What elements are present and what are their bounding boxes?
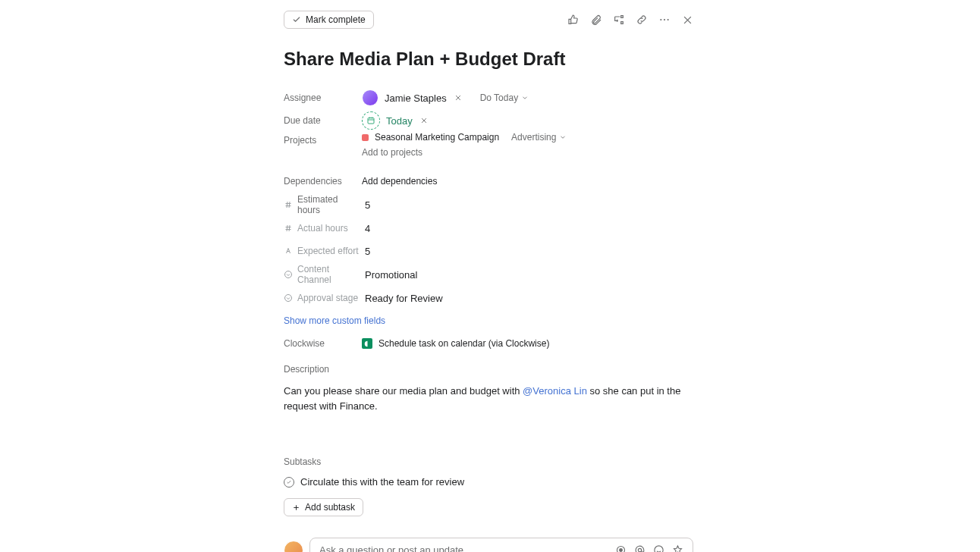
description-before: Can you please share our media plan and … (284, 385, 523, 397)
estimated-hours-row: Estimated hours 5 (284, 193, 693, 217)
task-detail-pane: Mark complete Share Media Plan + Budge (284, 0, 693, 552)
expected-effort-value[interactable]: 5 (362, 246, 370, 257)
subtask-title: Circulate this with the team for review (300, 476, 464, 488)
description-label: Description (284, 364, 362, 375)
text-icon (284, 246, 293, 256)
due-date-row: Due date Today (284, 109, 693, 132)
clear-due-date-icon[interactable] (419, 115, 429, 126)
projects-row: Projects Seasonal Marketing Campaign Adv… (284, 132, 693, 170)
comment-row: Ask a question or post an update… (284, 538, 693, 552)
more-icon[interactable] (658, 14, 671, 26)
project-color-dot (362, 134, 369, 141)
svg-rect-3 (368, 118, 374, 124)
due-date-text: Today (386, 115, 413, 127)
emoji-icon[interactable] (653, 544, 664, 552)
actual-hours-value[interactable]: 4 (362, 223, 370, 234)
close-icon[interactable] (681, 14, 693, 26)
clear-assignee-icon[interactable] (453, 93, 463, 103)
due-date-value[interactable]: Today (362, 111, 429, 130)
actual-hours-row: Actual hours 4 (284, 217, 693, 240)
number-icon (284, 200, 293, 209)
dropdown-field-icon (284, 293, 293, 303)
show-more-custom-fields-link[interactable]: Show more custom fields (284, 315, 385, 326)
check-icon (292, 15, 301, 24)
plus-icon (292, 503, 300, 512)
assignee-label: Assignee (284, 93, 362, 103)
task-top-bar: Mark complete (284, 11, 693, 29)
assignee-name: Jamie Staples (385, 93, 447, 104)
dependencies-label: Dependencies (284, 176, 362, 187)
subtask-icon[interactable] (613, 14, 625, 26)
dropdown-field-icon (284, 270, 293, 279)
clockwise-label: Clockwise (284, 338, 362, 349)
current-user-avatar (284, 541, 303, 552)
attachment-icon[interactable] (590, 14, 602, 26)
svg-point-9 (655, 546, 663, 552)
estimated-hours-label: Estimated hours (297, 194, 362, 215)
at-mention-icon[interactable] (634, 544, 645, 552)
projects-label: Projects (284, 132, 362, 146)
do-today-label: Do Today (480, 93, 518, 103)
svg-point-2 (667, 19, 669, 20)
clockwise-row: Clockwise Schedule task on calendar (via… (284, 332, 693, 355)
add-subtask-label: Add subtask (305, 502, 355, 513)
do-today-dropdown[interactable]: Do Today (480, 93, 529, 103)
comment-placeholder: Ask a question or post an update… (319, 544, 473, 552)
project-chip[interactable]: Seasonal Marketing Campaign (362, 132, 499, 143)
content-channel-row: Content Channel Promotional (284, 262, 693, 287)
svg-point-4 (285, 271, 292, 278)
assignee-row: Assignee Jamie Staples Do Today (284, 86, 693, 109)
chevron-down-icon (559, 133, 567, 141)
svg-point-5 (285, 295, 292, 302)
expected-effort-row: Expected effort 5 (284, 240, 693, 262)
description-text[interactable]: Can you please share our media plan and … (284, 384, 693, 414)
clockwise-action-text: Schedule task on calendar (via Clockwise… (378, 338, 549, 349)
clockwise-icon (362, 338, 372, 349)
subtask-check-icon[interactable] (284, 477, 294, 488)
approval-stage-row: Approval stage Ready for Review (284, 287, 693, 309)
mark-complete-label: Mark complete (306, 14, 366, 25)
svg-point-0 (660, 19, 661, 20)
calendar-icon (362, 111, 380, 130)
comment-toolbar (615, 544, 683, 552)
add-dependencies-link[interactable]: Add dependencies (362, 176, 437, 187)
comment-input[interactable]: Ask a question or post an update… (309, 538, 693, 552)
top-action-icons (567, 14, 693, 26)
svg-point-8 (638, 549, 641, 552)
assignee-avatar (362, 89, 378, 106)
subtask-item[interactable]: Circulate this with the team for review (284, 473, 693, 491)
number-icon (284, 224, 293, 233)
clockwise-action[interactable]: Schedule task on calendar (via Clockwise… (362, 338, 549, 349)
assignee-value[interactable]: Jamie Staples Do Today (362, 89, 529, 106)
approval-stage-label: Approval stage (297, 293, 358, 303)
content-channel-label: Content Channel (297, 264, 362, 285)
subtasks-label: Subtasks (284, 456, 693, 467)
content-channel-value[interactable]: Promotional (362, 269, 417, 281)
project-section-label: Advertising (511, 132, 556, 143)
like-icon[interactable] (567, 14, 580, 26)
expected-effort-label: Expected effort (297, 246, 359, 256)
actual-hours-label: Actual hours (297, 223, 348, 234)
svg-point-1 (664, 19, 665, 20)
copy-link-icon[interactable] (636, 14, 648, 26)
task-title[interactable]: Share Media Plan + Budget Draft (284, 49, 693, 70)
dependencies-row: Dependencies Add dependencies (284, 170, 693, 193)
add-to-projects-link[interactable]: Add to projects (362, 147, 567, 158)
add-subtask-button[interactable]: Add subtask (284, 498, 363, 516)
record-icon[interactable] (615, 544, 627, 552)
estimated-hours-value[interactable]: 5 (362, 199, 370, 211)
chevron-down-icon (521, 94, 529, 102)
approval-stage-value[interactable]: Ready for Review (362, 293, 443, 304)
show-more-row: Show more custom fields (284, 309, 693, 332)
project-section-dropdown[interactable]: Advertising (511, 132, 567, 143)
due-date-label: Due date (284, 115, 362, 126)
svg-point-7 (620, 549, 623, 552)
description-row: Description (284, 358, 693, 381)
project-name: Seasonal Marketing Campaign (375, 132, 499, 143)
appreciation-icon[interactable] (672, 544, 683, 552)
mark-complete-button[interactable]: Mark complete (284, 11, 374, 29)
mention-link[interactable]: @Veronica Lin (523, 385, 587, 397)
